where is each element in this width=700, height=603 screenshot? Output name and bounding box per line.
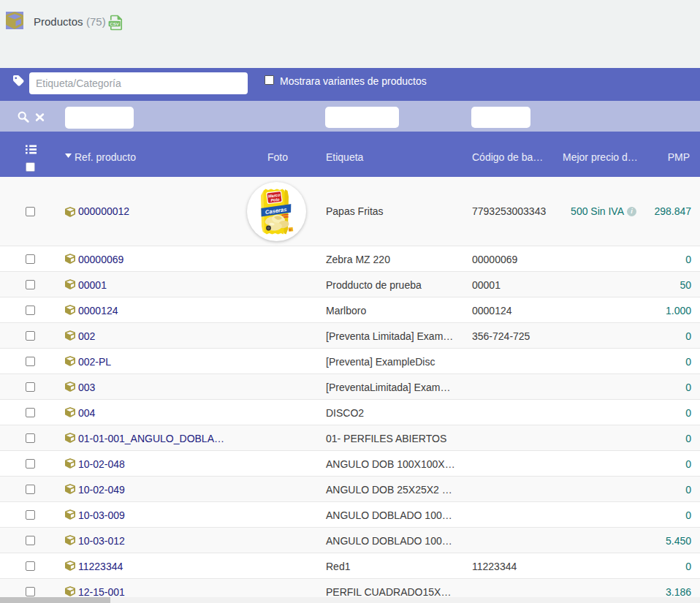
svg-text:M: M	[289, 228, 292, 232]
svg-text:CSV: CSV	[110, 21, 120, 26]
